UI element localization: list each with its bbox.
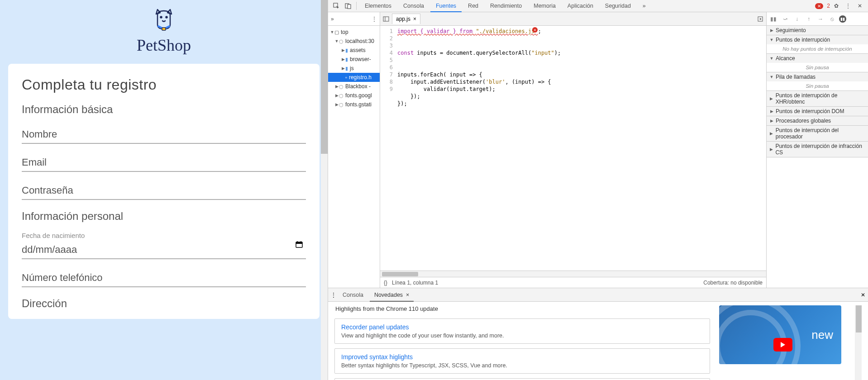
kebab-menu-icon[interactable]: ⋮ xyxy=(843,0,854,11)
tab-seguridad[interactable]: Seguridad xyxy=(600,0,636,12)
section-address-heading: Dirección xyxy=(22,297,306,310)
inspect-icon[interactable] xyxy=(331,0,342,11)
toggle-navigator-icon[interactable] xyxy=(383,16,389,22)
code-editor: app.js× 123456789 import { validar } fro… xyxy=(380,12,767,288)
tree-fontsgstatic[interactable]: ▶◌fonts.gstati xyxy=(328,100,380,109)
close-drawer-icon[interactable]: ✕ xyxy=(861,292,865,298)
step-into-icon[interactable]: ↓ xyxy=(792,16,802,22)
devtools-tabbar: Elementos Consola Fuentes Red Rendimient… xyxy=(328,0,868,12)
calendar-icon[interactable] xyxy=(295,240,303,248)
card-desc: View and highlight the code of your user… xyxy=(341,332,703,339)
phone-input[interactable] xyxy=(22,268,306,287)
deactivate-bkpt-icon[interactable]: ⦸ xyxy=(827,16,837,22)
pause-exceptions-icon[interactable]: ▮▮ xyxy=(839,15,846,23)
device-toggle-icon[interactable] xyxy=(343,0,353,11)
code-content[interactable]: import { validar } from "./validaciones.… xyxy=(396,26,766,271)
drawer-tab-consola[interactable]: Consola xyxy=(338,288,368,302)
tree-registro[interactable]: ▫registro.h xyxy=(328,73,380,82)
tab-consola[interactable]: Consola xyxy=(398,0,429,12)
editor-h-scrollbar[interactable] xyxy=(380,271,766,277)
drawer-tab-novedades[interactable]: Novedades × xyxy=(370,288,414,302)
name-input[interactable] xyxy=(22,125,306,144)
sources-navigator: » ⋮ ▼▢top ▼◌localhost:30 ▶▮assets ▶▮brow… xyxy=(328,12,380,288)
pause-icon[interactable]: ▮▮ xyxy=(768,16,778,22)
tree-top[interactable]: ▼▢top xyxy=(328,28,380,37)
close-devtools-icon[interactable]: ✕ xyxy=(854,0,865,11)
drawer-kebab-icon[interactable]: ⋮ xyxy=(331,292,336,298)
form-title: Completa tu registro xyxy=(22,76,306,93)
nav-overflow-icon[interactable]: » xyxy=(331,16,334,22)
dbg-breakpoints[interactable]: ▼Puntos de interrupción xyxy=(767,35,868,44)
svg-point-1 xyxy=(166,17,167,18)
devtools-drawer: ⋮ Consola Novedades × ✕ Highlights from … xyxy=(328,288,868,380)
callstack-empty: Sin pausa xyxy=(767,81,868,90)
registration-form: Completa tu registro Información básica … xyxy=(8,64,320,319)
error-count-badge[interactable]: ✕2 xyxy=(815,3,830,9)
devtools-panel: Elementos Consola Fuentes Red Rendimient… xyxy=(328,0,868,380)
brand-name: PetShop xyxy=(0,36,328,55)
tree-assets[interactable]: ▶▮assets xyxy=(328,46,380,55)
play-icon xyxy=(773,338,792,352)
run-snippet-icon[interactable] xyxy=(757,16,763,22)
dbg-procesadores[interactable]: ▶Procesadores globales xyxy=(767,116,868,125)
close-novedades-icon[interactable]: × xyxy=(406,292,409,298)
step-icon[interactable]: → xyxy=(816,16,825,22)
tab-aplicacion[interactable]: Aplicación xyxy=(562,0,599,12)
tree-blackbox[interactable]: ▶◌Blackbox - xyxy=(328,82,380,91)
dbg-callstack[interactable]: ▼Pila de llamadas xyxy=(767,72,868,81)
svg-rect-9 xyxy=(348,5,351,9)
svg-point-0 xyxy=(161,17,162,18)
tree-js[interactable]: ▶▮js xyxy=(328,64,380,73)
settings-icon[interactable]: ✿ xyxy=(831,0,842,11)
dbg-procesador[interactable]: ▶Puntos de interrupción del procesador xyxy=(767,126,868,141)
error-marker-icon[interactable]: ✕ xyxy=(532,27,538,33)
breakpoints-empty: No hay puntos de interrupción xyxy=(767,44,868,53)
dbg-xhr[interactable]: ▶Puntos de interrupción de XHR/obtenc xyxy=(767,91,868,106)
cursor-position: Línea 1, columna 1 xyxy=(392,280,438,286)
alcance-empty: Sin pausa xyxy=(767,63,868,72)
dob-label: Fecha de nacimiento xyxy=(22,232,306,239)
preview-scrollbar[interactable] xyxy=(321,0,328,380)
file-tab-appjs[interactable]: app.js× xyxy=(392,14,420,24)
tabs-overflow[interactable]: » xyxy=(637,0,651,12)
dbg-css[interactable]: ▶Puntos de interrupción de infracción CS xyxy=(767,142,868,157)
debugger-sidebar: ▮▮ ⤻ ↓ ↑ → ⦸ ▮▮ ▶Seguimiento ▼Puntos de … xyxy=(767,12,868,288)
format-braces-icon[interactable]: {} xyxy=(384,280,387,286)
tab-elementos[interactable]: Elementos xyxy=(359,0,397,12)
dbg-seguimiento[interactable]: ▶Seguimiento xyxy=(767,26,868,35)
novedades-card[interactable]: Recorder panel updates View and highligh… xyxy=(334,318,710,344)
tree-browser[interactable]: ▶▮browser- xyxy=(328,55,380,64)
tab-rendimiento[interactable]: Rendimiento xyxy=(485,0,527,12)
dob-input[interactable] xyxy=(22,240,306,259)
dbg-dom[interactable]: ▶Puntos de interrupción DOM xyxy=(767,107,868,116)
card-title: Improved syntax higlights xyxy=(341,353,703,361)
tree-fontsgoogle[interactable]: ▶◌fonts.googl xyxy=(328,91,380,100)
card-desc: Better syntax highlights for Typescript,… xyxy=(341,362,703,369)
svg-rect-10 xyxy=(383,17,389,21)
svg-rect-2 xyxy=(162,28,166,30)
video-label: new xyxy=(811,328,833,342)
novedades-card[interactable]: Clearing Performance Panel on reload xyxy=(334,378,710,380)
tab-memoria[interactable]: Memoria xyxy=(528,0,561,12)
password-input[interactable] xyxy=(22,181,306,200)
video-thumbnail[interactable]: new xyxy=(719,305,841,364)
step-over-icon[interactable]: ⤻ xyxy=(780,16,790,22)
dbg-alcance[interactable]: ▼Alcance xyxy=(767,54,868,63)
drawer-scrollbar[interactable] xyxy=(855,305,862,380)
novedades-headline: Highlights from the Chrome 110 update xyxy=(335,305,710,312)
novedades-card[interactable]: Improved syntax higlights Better syntax … xyxy=(334,348,710,374)
step-out-icon[interactable]: ↑ xyxy=(804,16,814,22)
section-basic-heading: Información básica xyxy=(22,103,306,116)
petshop-logo-icon xyxy=(150,7,177,34)
tab-red[interactable]: Red xyxy=(463,0,484,12)
section-personal-heading: Información personal xyxy=(22,210,306,223)
tree-localhost[interactable]: ▼◌localhost:30 xyxy=(328,37,380,46)
nav-kebab-icon[interactable]: ⋮ xyxy=(372,16,377,22)
card-title: Recorder panel updates xyxy=(341,323,703,331)
close-tab-icon[interactable]: × xyxy=(413,16,416,22)
tab-fuentes[interactable]: Fuentes xyxy=(430,0,462,12)
line-gutter: 123456789 xyxy=(380,26,396,271)
coverage-status: Cobertura: no disponible xyxy=(703,280,763,286)
email-input[interactable] xyxy=(22,153,306,172)
page-preview: PetShop Completa tu registro Información… xyxy=(0,0,328,380)
